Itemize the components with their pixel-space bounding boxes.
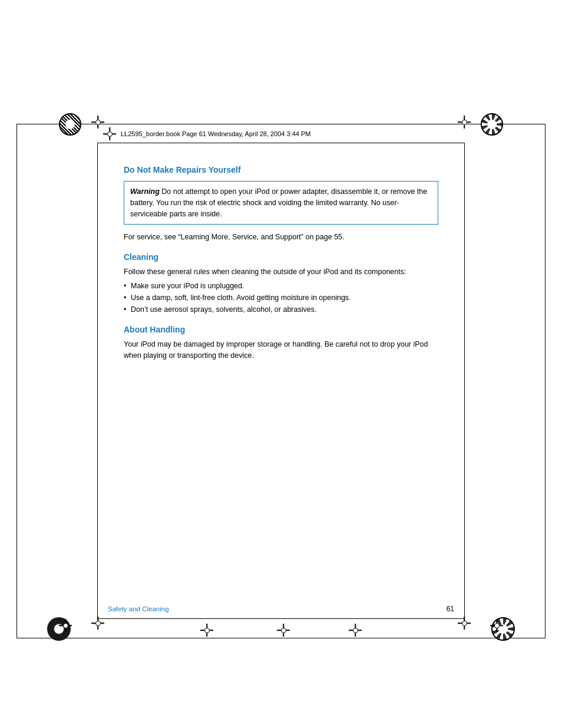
reg-crosshair-bottom-center-3	[349, 624, 362, 637]
reg-crosshair-bottom-center-1	[200, 624, 213, 637]
reg-crosshair-bottom-right	[458, 617, 471, 630]
bullet-item-3: Don’t use aerosol sprays, solvents, alco…	[124, 304, 438, 315]
reg-mark-top-left	[59, 113, 81, 136]
inner-border-left	[97, 143, 98, 619]
file-info-text: LL2595_border.book Page 61 Wednesday, Ap…	[121, 130, 311, 137]
reg-crosshair-top-left	[91, 116, 104, 129]
reg-crosshair-corner-bottom-right	[490, 619, 503, 632]
outer-border-bottom	[16, 638, 546, 638]
handling-text: Your iPod may be damaged by improper sto…	[124, 339, 438, 361]
inner-border-right	[464, 143, 465, 619]
inner-border-top	[97, 143, 465, 143]
bullet-item-1: Make sure your iPod is unplugged.	[124, 280, 438, 292]
reg-crosshair-top-right	[458, 116, 471, 129]
reg-mark-top-right	[481, 113, 503, 136]
reg-crosshair-corner-bottom-left	[59, 619, 72, 632]
outer-border-left	[16, 124, 17, 638]
reg-crosshair-bottom-center-2	[277, 624, 290, 637]
footer-area: Safety and Cleaning 61	[97, 601, 465, 617]
warning-label: Warning	[130, 187, 160, 196]
bullet-item-2: Use a damp, soft, lint-free cloth. Avoid…	[124, 292, 438, 304]
handling-title: About Handling	[124, 324, 438, 336]
footer-page-number: 61	[447, 605, 454, 613]
cleaning-title: Cleaning	[124, 251, 438, 263]
reg-crosshair-bottom-left	[91, 617, 104, 630]
footer-left-text: Safety and Cleaning	[108, 605, 169, 612]
warning-text: Do not attempt to open your iPod or powe…	[130, 187, 427, 218]
file-info-bar: LL2595_border.book Page 61 Wednesday, Ap…	[97, 126, 465, 142]
inner-border-bottom	[97, 618, 465, 619]
main-title: Do Not Make Repairs Yourself	[124, 164, 438, 176]
cleaning-bullets: Make sure your iPod is unplugged. Use a …	[124, 280, 438, 315]
outer-border-right	[545, 124, 546, 638]
service-text: For service, see “Learning More, Service…	[124, 232, 438, 243]
cleaning-intro: Follow these general rules when cleaning…	[124, 266, 438, 278]
page-content: Do Not Make Repairs Yourself Warning Do …	[106, 152, 456, 610]
crosshair-icon	[103, 127, 116, 140]
warning-box: Warning Do not attempt to open your iPod…	[124, 181, 438, 225]
